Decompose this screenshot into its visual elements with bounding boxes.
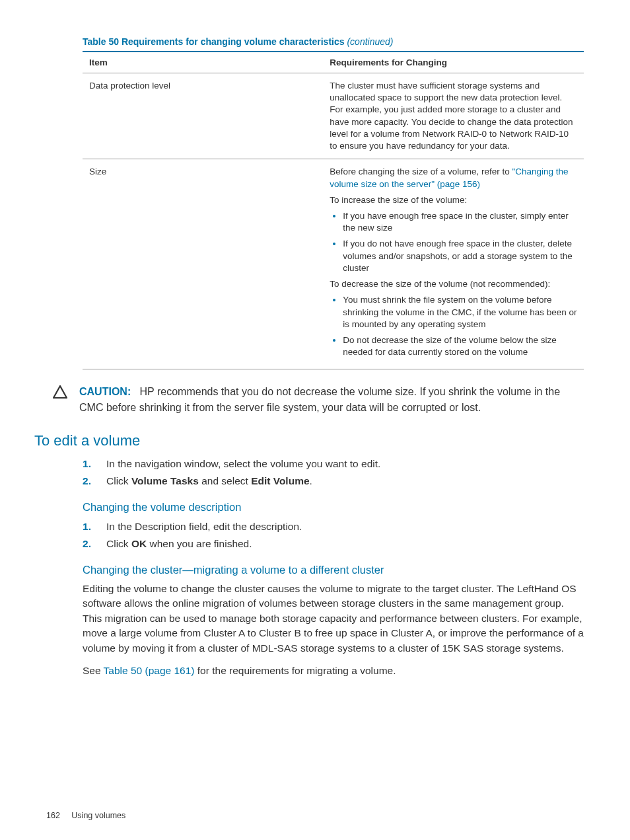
page-number: 162 <box>46 811 60 820</box>
list-item: Click Volume Tasks and select Edit Volum… <box>83 473 584 489</box>
cluster-paragraph: Editing the volume to change the cluster… <box>83 582 584 656</box>
cell-item-size: Size <box>83 159 323 369</box>
heading-edit-volume: To edit a volume <box>34 432 584 449</box>
list-item: Click OK when you are finished. <box>83 536 584 552</box>
heading-change-description: Changing the volume description <box>83 501 584 514</box>
cell-req-size: Before changing the size of a volume, re… <box>323 159 584 369</box>
caution-icon <box>53 385 67 401</box>
table-caption: Table 50 Requirements for changing volum… <box>83 36 584 47</box>
table-row: Data protection level The cluster must h… <box>83 73 584 159</box>
footer-section: Using volumes <box>71 811 125 820</box>
th-req: Requirements for Changing <box>323 52 584 73</box>
requirements-table: Item Requirements for Changing Data prot… <box>83 51 584 369</box>
table-row: Size Before changing the size of a volum… <box>83 159 584 369</box>
caution-body: HP recommends that you do not decrease t… <box>79 386 560 412</box>
caution-label: CAUTION: <box>79 386 131 397</box>
page-footer: 162 Using volumes <box>46 811 125 820</box>
th-item: Item <box>83 52 323 73</box>
cell-item-dpl: Data protection level <box>83 73 323 159</box>
list-item: In the Description field, edit the descr… <box>83 519 584 535</box>
list-item: If you have enough free space in the clu… <box>343 210 577 234</box>
size-intro3: To decrease the size of the volume (not … <box>330 278 577 290</box>
table-caption-text: Table 50 Requirements for changing volum… <box>83 36 345 47</box>
caution-block: CAUTION: HP recommends that you do not d… <box>53 384 584 414</box>
steps-change-description: In the Description field, edit the descr… <box>83 519 584 552</box>
cell-req-dpl: The cluster must have sufficient storage… <box>323 73 584 159</box>
table-caption-continued: (continued) <box>347 36 393 47</box>
size-intro2: To increase the size of the volume: <box>330 194 577 206</box>
see-ref-paragraph: See Table 50 (page 161) for the requirem… <box>83 664 584 678</box>
size-intro1a: Before changing the size of a volume, re… <box>330 167 512 176</box>
list-item: In the navigation window, select the vol… <box>83 456 584 472</box>
steps-edit-volume: In the navigation window, select the vol… <box>83 456 584 489</box>
list-item: You must shrink the file system on the v… <box>343 294 577 330</box>
heading-change-cluster: Changing the cluster—migrating a volume … <box>83 564 584 576</box>
see-ref-link[interactable]: Table 50 (page 161) <box>104 665 195 676</box>
list-item: Do not decrease the size of the volume b… <box>343 334 577 358</box>
caution-text: CAUTION: HP recommends that you do not d… <box>79 384 584 414</box>
list-item: If you do not have enough free space in … <box>343 238 577 274</box>
